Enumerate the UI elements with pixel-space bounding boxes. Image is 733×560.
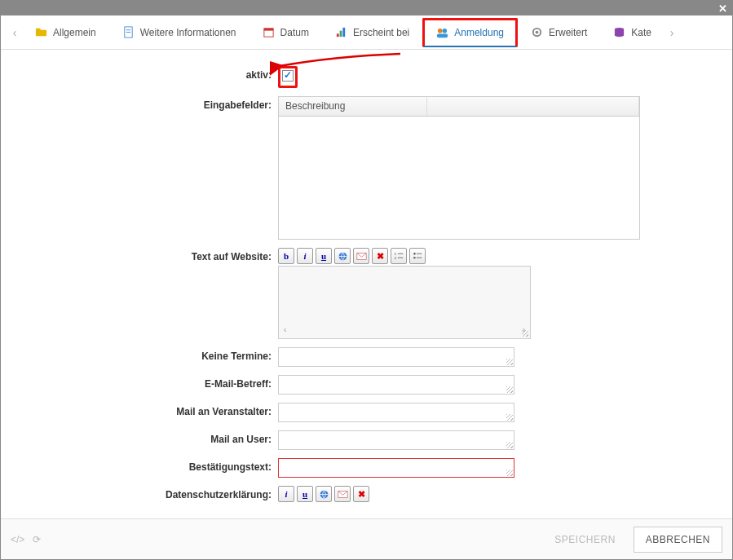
underline-button[interactable]: u (316, 248, 332, 264)
resize-grip-icon[interactable] (506, 414, 513, 421)
cancel-button[interactable]: ABBRECHEN (634, 527, 722, 553)
tab-scroll-left[interactable]: ‹ (7, 26, 22, 39)
italic-button[interactable]: i (297, 248, 313, 264)
row-email-betreff: E-Mail-Betreff: (17, 375, 716, 395)
resize-grip-icon[interactable] (506, 386, 513, 393)
tab-erscheint-bei[interactable]: Erscheint bei (322, 18, 422, 46)
ordered-list-button[interactable]: 12 (391, 248, 407, 264)
code-icon[interactable]: </> (11, 534, 24, 545)
label-bestaetigungstext: Bestätigungstext: (17, 458, 278, 473)
keine-termine-input[interactable] (278, 347, 514, 367)
label-datenschutz: Datenschutzerklärung: (17, 486, 278, 500)
svg-point-15 (615, 33, 624, 37)
doc-icon (122, 26, 135, 38)
label-mail-user: Mail an User: (17, 430, 278, 445)
label-keine-termine: Keine Termine: (17, 347, 278, 362)
svg-point-9 (443, 28, 448, 33)
save-button[interactable]: SPEICHERN (543, 527, 627, 552)
link-button[interactable] (316, 486, 332, 502)
form-content: aktiv: Eingabefelder: Beschreibung (1, 50, 732, 518)
tab-kategorien[interactable]: Kate (600, 18, 665, 46)
modal-dialog: ✕ ‹ Allgemein Weitere Informationen Datu… (0, 0, 733, 560)
row-aktiv: aktiv: (17, 66, 716, 88)
row-bestaetigungstext: Bestätigungstext: (17, 458, 716, 478)
svg-point-22 (413, 253, 415, 254)
tab-datum[interactable]: Datum (249, 18, 322, 46)
row-mail-user: Mail an User: (17, 430, 716, 450)
svg-rect-10 (437, 33, 448, 37)
label-mail-veranstalter: Mail an Veranstalter: (17, 403, 278, 417)
aktiv-checkbox[interactable] (282, 70, 294, 82)
close-icon[interactable]: ✕ (718, 2, 727, 15)
users-icon (436, 27, 448, 39)
clear-button[interactable]: ✖ (353, 486, 369, 502)
svg-rect-6 (340, 31, 342, 37)
resize-grip-icon[interactable] (506, 470, 513, 476)
svg-rect-7 (342, 28, 345, 37)
italic-button[interactable]: i (278, 486, 294, 502)
signal-icon (335, 26, 347, 38)
label-email-betreff: E-Mail-Betreff: (17, 375, 278, 390)
tab-label: Erweitert (549, 27, 587, 38)
calendar-icon (263, 26, 275, 38)
grid-header: Beschreibung (279, 97, 639, 117)
svg-point-12 (536, 31, 539, 34)
text-auf-website-editor[interactable]: ‹› (278, 266, 531, 339)
svg-text:2: 2 (394, 255, 395, 259)
mail-user-input[interactable] (278, 430, 514, 450)
grid-col-2[interactable] (427, 97, 639, 116)
underline-button[interactable]: u (297, 486, 313, 502)
mail-button[interactable] (353, 248, 369, 264)
row-mail-veranstalter: Mail an Veranstalter: (17, 403, 716, 422)
row-text-auf-website: Text auf Website: b i u ✖ 12 ‹› (17, 248, 716, 339)
clear-button[interactable]: ✖ (372, 248, 388, 264)
folder-icon (35, 26, 47, 38)
tab-allgemein[interactable]: Allgemein (22, 18, 109, 46)
mail-button[interactable] (334, 486, 351, 502)
footer-status-icons: </> ⟳ (11, 534, 41, 545)
grid-body[interactable] (279, 117, 639, 239)
bestaetigungstext-input[interactable] (278, 458, 514, 478)
link-button[interactable] (334, 248, 351, 264)
tab-label: Kate (631, 27, 651, 38)
db-icon (613, 26, 625, 38)
tab-anmeldung[interactable]: Anmeldung (422, 18, 518, 47)
tab-label: Allgemein (53, 27, 96, 38)
aktiv-checkbox-highlight (278, 66, 298, 88)
svg-point-8 (438, 28, 443, 33)
eingabefelder-grid[interactable]: Beschreibung (278, 96, 640, 240)
rte-toolbar-2: i u ✖ (278, 486, 716, 502)
tab-label: Erscheint bei (353, 27, 409, 38)
row-eingabefelder: Eingabefelder: Beschreibung (17, 96, 716, 240)
resize-grip-icon[interactable] (506, 442, 513, 448)
grid-col-beschreibung[interactable]: Beschreibung (279, 97, 427, 116)
row-datenschutz: Datenschutzerklärung: i u ✖ (17, 486, 716, 504)
resize-grip-icon[interactable] (522, 330, 528, 337)
email-betreff-input[interactable] (278, 375, 514, 395)
bold-button[interactable]: b (278, 248, 294, 264)
svg-rect-5 (337, 33, 339, 37)
tab-weitere-informationen[interactable]: Weitere Informationen (109, 18, 249, 46)
tab-erweitert[interactable]: Erweitert (518, 18, 600, 46)
titlebar: ✕ (1, 1, 732, 15)
gear-icon (531, 26, 543, 38)
label-aktiv: aktiv: (17, 66, 278, 81)
svg-point-24 (413, 256, 415, 258)
tab-scroll-right[interactable]: › (665, 26, 679, 39)
label-eingabefelder: Eingabefelder: (17, 96, 278, 111)
tab-label: Datum (280, 27, 309, 38)
row-keine-termine: Keine Termine: (17, 347, 716, 367)
refresh-icon[interactable]: ⟳ (33, 534, 41, 545)
svg-rect-4 (263, 29, 272, 31)
mail-veranstalter-input[interactable] (278, 403, 514, 422)
label-text-auf-website: Text auf Website: (17, 248, 278, 262)
tab-bar: ‹ Allgemein Weitere Informationen Datum … (1, 15, 732, 50)
tab-label: Anmeldung (454, 27, 504, 38)
footer: </> ⟳ SPEICHERN ABBRECHEN (1, 518, 732, 559)
rte-toolbar: b i u ✖ 12 (278, 248, 716, 264)
resize-grip-icon[interactable] (506, 359, 513, 365)
tab-label: Weitere Informationen (140, 27, 236, 38)
unordered-list-button[interactable] (409, 248, 426, 264)
